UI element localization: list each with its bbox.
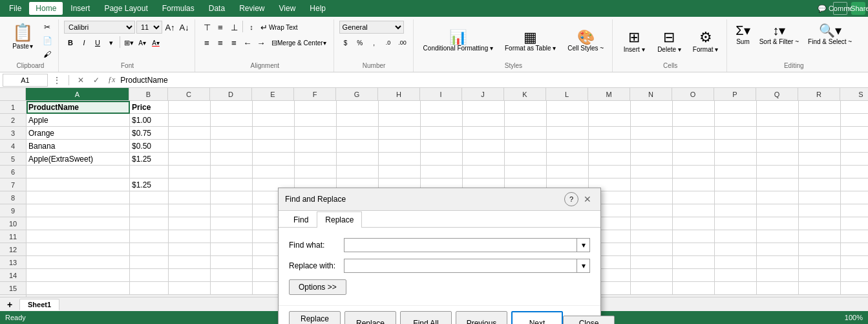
col-header-I[interactable]: I [420, 88, 462, 100]
share-button[interactable]: ↑ Share [851, 2, 865, 15]
cell-D1[interactable] [211, 101, 253, 114]
cell-R6[interactable] [799, 166, 841, 178]
cell-G6[interactable] [337, 166, 379, 178]
next-button[interactable]: Next [511, 311, 563, 324]
cell-N7[interactable] [631, 178, 673, 191]
align-center-button[interactable]: ≡ [214, 36, 227, 49]
cell-A14[interactable] [26, 269, 130, 282]
cell-M4[interactable] [589, 140, 631, 153]
cell-P1[interactable] [715, 101, 757, 114]
find-all-button[interactable]: Find All [400, 311, 452, 324]
cell-C8[interactable] [169, 191, 211, 204]
cell-Q14[interactable] [757, 269, 799, 282]
col-header-L[interactable]: L [546, 88, 588, 100]
cell-Q4[interactable] [757, 140, 799, 153]
sheet-tab-1[interactable]: Sheet1 [19, 299, 59, 310]
cell-J1[interactable] [463, 101, 505, 114]
cell-B11[interactable] [130, 230, 169, 243]
find-what-input[interactable] [344, 238, 577, 252]
cell-J5[interactable] [463, 153, 505, 166]
cell-ref-input[interactable] [3, 74, 48, 87]
col-header-O[interactable]: O [672, 88, 714, 100]
cell-H2[interactable] [379, 114, 421, 127]
row-header-5[interactable]: 5 [0, 153, 26, 166]
cell-H4[interactable] [379, 140, 421, 153]
col-header-Q[interactable]: Q [756, 88, 798, 100]
col-header-C[interactable]: C [168, 88, 210, 100]
row-header-3[interactable]: 3 [0, 127, 26, 140]
cell-A13[interactable] [26, 256, 130, 269]
cell-M3[interactable] [589, 127, 631, 140]
copy-button[interactable]: 📄 [40, 34, 54, 47]
cell-B6[interactable] [130, 166, 169, 178]
format-button[interactable]: ⚙ Format ▾ [688, 27, 723, 55]
cell-S3[interactable] [841, 127, 868, 140]
cell-L6[interactable] [547, 166, 589, 178]
cell-S15[interactable] [841, 282, 868, 295]
col-header-H[interactable]: H [378, 88, 420, 100]
cell-I3[interactable] [421, 127, 463, 140]
cell-P5[interactable] [715, 153, 757, 166]
col-header-G[interactable]: G [336, 88, 378, 100]
cell-F2[interactable] [295, 114, 337, 127]
cell-G4[interactable] [337, 140, 379, 153]
cell-N5[interactable] [631, 153, 673, 166]
cell-O4[interactable] [673, 140, 715, 153]
fill-color-button[interactable]: A▾ [136, 36, 149, 49]
font-size-select[interactable]: 11 [136, 21, 162, 34]
cell-K2[interactable] [505, 114, 547, 127]
align-left-button[interactable]: ≡ [200, 36, 213, 49]
cut-button[interactable]: ✂ [40, 21, 54, 34]
cell-N8[interactable] [631, 191, 673, 204]
cell-N10[interactable] [631, 217, 673, 230]
col-header-K[interactable]: K [504, 88, 546, 100]
previous-button[interactable]: Previous [456, 311, 507, 324]
cell-C9[interactable] [169, 204, 211, 217]
cell-L3[interactable] [547, 127, 589, 140]
cell-J4[interactable] [463, 140, 505, 153]
row-header-13[interactable]: 13 [0, 256, 26, 269]
cell-O9[interactable] [673, 204, 715, 217]
cell-B1[interactable]: Price [130, 101, 169, 114]
cell-A15[interactable] [26, 282, 130, 295]
cell-N4[interactable] [631, 140, 673, 153]
paste-button[interactable]: 📋 Paste ▾ [6, 21, 39, 52]
col-header-N[interactable]: N [630, 88, 672, 100]
cell-A5[interactable]: Apple(ExtraSweet) [26, 153, 130, 166]
cell-O1[interactable] [673, 101, 715, 114]
cell-N6[interactable] [631, 166, 673, 178]
cell-D5[interactable] [211, 153, 253, 166]
cell-B5[interactable]: $1.25 [130, 153, 169, 166]
cell-P8[interactable] [715, 191, 757, 204]
cell-Q3[interactable] [757, 127, 799, 140]
cell-S11[interactable] [841, 230, 868, 243]
cell-Q2[interactable] [757, 114, 799, 127]
row-header-15[interactable]: 15 [0, 282, 26, 295]
cell-P10[interactable] [715, 217, 757, 230]
cell-E3[interactable] [253, 127, 295, 140]
cell-S5[interactable] [841, 153, 868, 166]
row-header-12[interactable]: 12 [0, 243, 26, 256]
cell-J3[interactable] [463, 127, 505, 140]
cell-R9[interactable] [799, 204, 841, 217]
cell-Q10[interactable] [757, 217, 799, 230]
cell-Q11[interactable] [757, 230, 799, 243]
cell-A4[interactable]: Banana [26, 140, 130, 153]
comments-button[interactable]: 💬 Comments [833, 2, 847, 15]
comma-button[interactable]: , [368, 36, 381, 49]
cell-O5[interactable] [673, 153, 715, 166]
insert-button[interactable]: ⊞ Insert ▾ [618, 27, 650, 55]
col-header-B[interactable]: B [129, 88, 168, 100]
cell-N9[interactable] [631, 204, 673, 217]
col-header-P[interactable]: P [714, 88, 756, 100]
add-sheet-button[interactable]: + [3, 298, 17, 311]
cell-D12[interactable] [211, 243, 253, 256]
cell-O3[interactable] [673, 127, 715, 140]
cell-S9[interactable] [841, 204, 868, 217]
cell-R11[interactable] [799, 230, 841, 243]
cell-R1[interactable] [799, 101, 841, 114]
cell-R10[interactable] [799, 217, 841, 230]
cell-S14[interactable] [841, 269, 868, 282]
cell-B4[interactable]: $0.50 [130, 140, 169, 153]
col-header-R[interactable]: R [798, 88, 840, 100]
